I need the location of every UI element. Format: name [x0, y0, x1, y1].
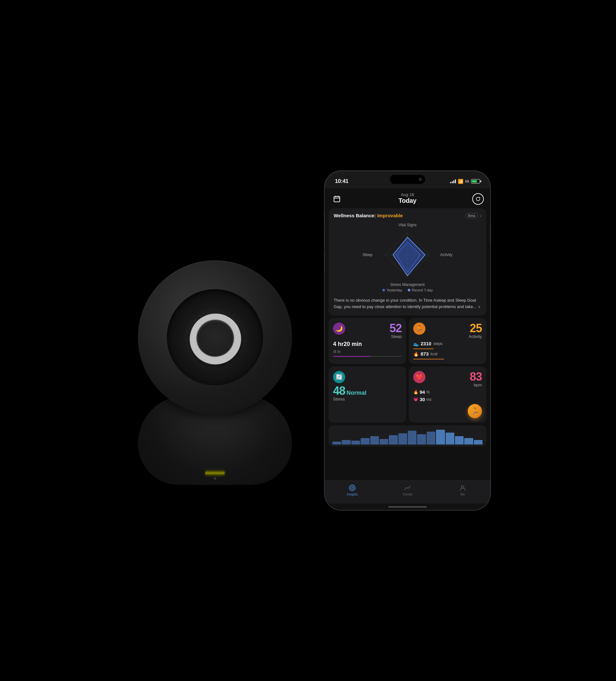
chart-bar: [455, 436, 464, 445]
stress-label: Stress: [333, 397, 402, 402]
insights-tab-icon: [349, 484, 356, 491]
sleep-progress-bar: [333, 356, 370, 357]
chart-bar: [474, 440, 483, 445]
sleep-progress-bar-container: [333, 356, 402, 357]
heart-bpm-unit: bpm: [470, 382, 482, 387]
radar-legend: Yesterday Recent 7-day: [382, 288, 433, 292]
hrv-data: 🔥 94 % 💗 30 ms 🏃: [413, 389, 482, 418]
sleep-duration: 4 hr20 min: [333, 341, 402, 348]
svg-point-15: [352, 487, 353, 488]
spo2-icon: 🔥: [413, 389, 418, 395]
sleep-card-top: 🌙 52 Sleep: [333, 323, 402, 339]
sleep-goal: /8 hr: [333, 350, 402, 354]
case-lid: [138, 260, 292, 414]
heart-icon: ❤️: [413, 371, 426, 383]
svg-point-16: [461, 485, 464, 488]
wellness-badges: Beta ›: [465, 213, 481, 218]
trends-tab-icon: [404, 484, 411, 491]
app-screen: Aug 18 Today Wellness Bal: [325, 188, 490, 510]
header-center: Aug 18 Today: [399, 192, 416, 206]
camera-dot: [419, 178, 422, 181]
wellness-description: There is no obvious change in your condi…: [334, 295, 481, 311]
chart-bar: [436, 430, 445, 445]
wellness-status: Improvable: [377, 213, 403, 218]
insights-tab-label: Insights: [347, 493, 358, 496]
radar-svg: [379, 226, 436, 284]
stress-card-top: 🔄: [333, 371, 402, 383]
indicator-dot: [214, 477, 216, 480]
stress-detail: 48 Normal Stress: [333, 385, 402, 402]
metrics-grid: 🌙 52 Sleep 4 hr20 min /8 hr: [329, 318, 486, 423]
activity-fab[interactable]: 🏃: [468, 404, 482, 418]
stress-level: Normal: [346, 389, 366, 396]
svg-marker-11: [382, 288, 385, 292]
power-button: [490, 222, 491, 245]
steps-row: 👟 2310 steps: [413, 341, 482, 346]
home-bar: [388, 506, 427, 508]
chart-bar: [361, 438, 369, 445]
chart-bar: [427, 432, 435, 445]
sleep-icon: 🌙: [333, 323, 345, 335]
sleep-label: Sleep: [389, 334, 402, 339]
battery-icon: [471, 179, 480, 183]
sleep-score: 52: [389, 323, 402, 334]
charging-connector: [205, 471, 225, 475]
stress-score-line: 48 Normal: [333, 385, 402, 397]
wellness-title: Wellness Balance: Improvable: [334, 213, 403, 218]
app-header: Aug 18 Today: [325, 188, 490, 208]
legend-yesterday: Yesterday: [382, 288, 402, 292]
tab-me[interactable]: Me: [435, 484, 490, 496]
chart-bar: [408, 431, 416, 445]
svg-marker-10: [393, 237, 425, 276]
wellness-header: Wellness Balance: Improvable Beta ›: [334, 213, 481, 218]
scene: 10:41 📶 69: [125, 170, 491, 511]
calories-icon: 🔥: [413, 351, 419, 357]
hrv-row: 💗 30 ms: [413, 397, 482, 402]
svg-rect-0: [334, 196, 340, 202]
steps-icon: 👟: [413, 341, 419, 346]
status-time: 10:41: [335, 178, 349, 184]
heart-metric-card[interactable]: ❤️ 83 bpm 🔥 94 %: [409, 367, 486, 423]
volume-down-button: [324, 252, 325, 271]
beta-badge: Beta: [465, 213, 478, 218]
heart-card-top: ❤️ 83 bpm: [413, 371, 482, 387]
wellness-card[interactable]: Wellness Balance: Improvable Beta › Vita…: [329, 208, 486, 316]
me-tab-label: Me: [460, 493, 465, 496]
chart-bar: [370, 436, 379, 445]
chart-bar: [380, 439, 388, 445]
hrv-icon: 💗: [413, 397, 418, 402]
tab-insights[interactable]: Insights: [325, 484, 380, 496]
mute-button: [324, 213, 325, 225]
activity-card-top: 🏃 25 Activity: [413, 323, 482, 339]
chart-bar: [417, 434, 426, 445]
legend-yesterday-diamond: [382, 288, 385, 292]
chart-bar: [389, 435, 397, 445]
bar-chart: [332, 428, 483, 445]
chart-bar: [351, 440, 360, 445]
refresh-button[interactable]: [472, 193, 484, 205]
tab-trends[interactable]: Trends: [380, 484, 435, 496]
stress-metric-card[interactable]: 🔄 48 Normal Stress: [329, 367, 406, 423]
radar-label-sleep: Sleep: [363, 253, 373, 257]
legend-recent-diamond: [407, 288, 411, 292]
me-tab-icon: [459, 484, 466, 491]
legend-recent: Recent 7-day: [407, 288, 433, 292]
volume-up-button: [324, 229, 325, 248]
radar-labels: Vital Signs Sleep Activity Stress Manage…: [363, 223, 453, 287]
case-lid-inner: [167, 289, 263, 385]
calories-row: 🔥 873 kcal: [413, 351, 482, 357]
sleep-metric-card[interactable]: 🌙 52 Sleep 4 hr20 min /8 hr: [329, 318, 406, 364]
activity-icon: 🏃: [413, 323, 426, 335]
activity-metric-card[interactable]: 🏃 25 Activity 👟 2310 steps: [409, 318, 486, 364]
chart-bar: [399, 433, 407, 445]
svg-marker-12: [407, 288, 411, 292]
dynamic-island: [390, 175, 425, 184]
chart-bar: [332, 442, 341, 445]
phone: 10:41 📶 69: [324, 170, 491, 511]
header-title: Today: [399, 197, 416, 204]
description-more[interactable]: ∨: [478, 304, 481, 309]
radar-chart-container: Vital Signs Sleep Activity Stress Manage…: [334, 220, 481, 295]
calendar-icon[interactable]: [331, 193, 343, 205]
home-indicator: [325, 504, 490, 510]
signal-icon: [450, 179, 456, 183]
